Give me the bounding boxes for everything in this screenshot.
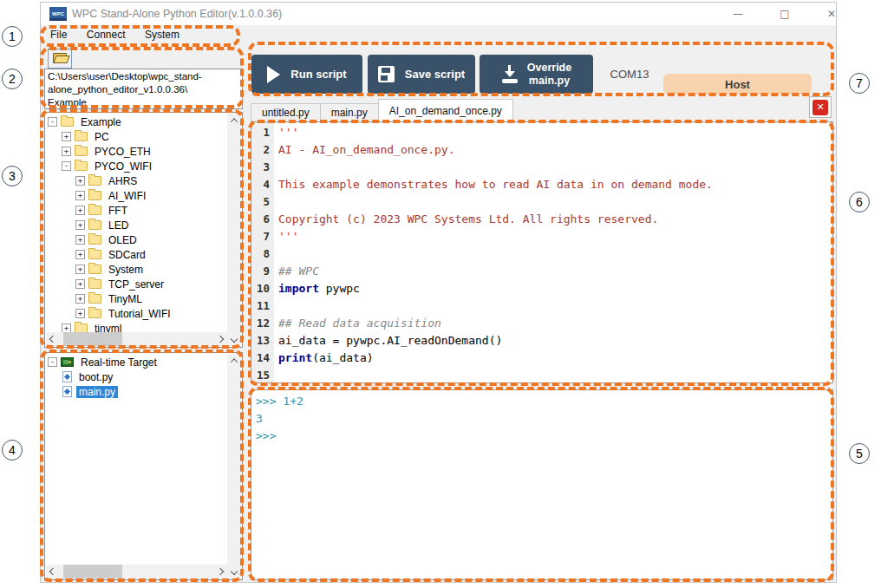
tab-untitled.py[interactable]: untitled.py <box>251 103 320 122</box>
file-tree-vertical-scrollbar[interactable] <box>227 114 241 346</box>
expand-toggle-icon[interactable]: + <box>75 235 85 245</box>
menu-system[interactable]: System <box>137 25 187 44</box>
tree-item-TCP_server[interactable]: +TCP_server <box>46 277 227 291</box>
expand-toggle-icon[interactable]: + <box>75 176 85 186</box>
expand-toggle-icon[interactable]: + <box>75 220 85 230</box>
expand-toggle-icon[interactable]: + <box>75 265 85 274</box>
save-script-button[interactable]: Save script <box>368 55 475 94</box>
scroll-down-icon[interactable] <box>227 565 241 578</box>
target-horizontal-scrollbar[interactable] <box>46 565 227 578</box>
tree-item-PYCO_ETH[interactable]: +PYCO_ETH <box>46 144 227 159</box>
tree-item-PYCO_WIFI[interactable]: -PYCO_WIFI <box>46 159 227 173</box>
open-folder-button[interactable] <box>48 49 72 69</box>
console-line: 3 <box>256 410 832 428</box>
target-panel: -Real-time Targetboot.pymain.py <box>44 352 243 580</box>
minimize-icon[interactable]: — <box>719 3 757 25</box>
annotation-circle-1: 1 <box>2 26 23 47</box>
expand-toggle-icon[interactable]: + <box>75 294 85 304</box>
code-text <box>274 297 278 315</box>
line-number: 6 <box>251 211 274 228</box>
folder-icon <box>88 250 101 259</box>
close-tab-button[interactable]: ✕ <box>809 96 832 118</box>
tree-item-LED[interactable]: +LED <box>46 218 227 232</box>
expand-toggle-icon[interactable]: + <box>75 279 85 289</box>
file-tree[interactable]: -Example+PC+PYCO_ETH-PYCO_WIFI+AHRS+AI_W… <box>46 114 227 332</box>
tree-item-tinyml[interactable]: +tinyml <box>46 321 227 332</box>
override-mainpy-button[interactable]: Override main.py <box>480 55 593 94</box>
target-root[interactable]: -Real-time Target <box>46 355 227 369</box>
folder-icon <box>88 309 101 318</box>
titlebar: WPC WPC Stand-Alone Python Editor(v.1.0.… <box>41 3 836 25</box>
editor-line-3: 3 <box>251 159 832 176</box>
folder-icon <box>75 161 88 171</box>
tree-item-AI_WIFI[interactable]: +AI_WIFI <box>46 188 227 203</box>
expand-toggle-icon[interactable]: + <box>62 147 71 156</box>
annotation-circle-2: 2 <box>2 69 23 89</box>
tree-item-AHRS[interactable]: +AHRS <box>46 173 227 188</box>
code-editor[interactable]: 1'''2AI - AI_on_demand_once.py.34This ex… <box>251 121 833 383</box>
menu-connect[interactable]: Connect <box>79 25 134 44</box>
tree-item-SDCard[interactable]: +SDCard <box>46 247 227 262</box>
line-number: 9 <box>251 263 274 280</box>
console[interactable]: >>> 1+23>>> <box>251 389 833 580</box>
tree-item-label: AI_WIFI <box>106 190 148 202</box>
editor-line-15: 15 <box>251 367 832 383</box>
tree-item-label: FFT <box>106 205 130 217</box>
expand-toggle-icon[interactable]: + <box>75 206 85 215</box>
line-number: 10 <box>251 280 274 297</box>
scroll-right-icon[interactable] <box>213 565 227 578</box>
tab-AI_on_demand_once.py[interactable]: AI_on_demand_once.py <box>378 99 513 122</box>
target-file-main.py[interactable]: main.py <box>46 384 227 399</box>
console-line: >>> 1+2 <box>256 393 832 410</box>
code-text: ## WPC <box>274 263 319 280</box>
target-file-boot.py[interactable]: boot.py <box>46 369 227 384</box>
scroll-up-icon[interactable] <box>227 114 241 127</box>
target-tree[interactable]: -Real-time Targetboot.pymain.py <box>46 355 227 565</box>
editor-line-9: 9## WPC <box>251 263 832 280</box>
folder-icon <box>75 323 88 332</box>
tree-item-PC[interactable]: +PC <box>46 129 227 144</box>
expand-toggle-icon[interactable]: + <box>62 132 71 141</box>
target-vertical-scrollbar[interactable] <box>227 354 241 578</box>
expand-toggle-icon[interactable]: + <box>75 191 85 200</box>
window-title: WPC Stand-Alone Python Editor(v.1.0.0.36… <box>72 8 282 20</box>
host-button[interactable]: Host <box>663 74 812 95</box>
collapse-toggle-icon[interactable]: - <box>48 117 57 127</box>
run-script-label: Run script <box>290 68 346 81</box>
tree-item-System[interactable]: +System <box>46 262 227 277</box>
tree-item-Tutorial_WIFI[interactable]: +Tutorial_WIFI <box>46 306 227 321</box>
tree-item-label: tinyml <box>92 323 124 333</box>
scroll-down-icon[interactable] <box>227 332 241 346</box>
save-icon <box>378 66 395 82</box>
tree-item-Example[interactable]: -Example <box>46 114 227 129</box>
expand-toggle-icon[interactable]: + <box>75 309 85 318</box>
line-number: 11 <box>251 297 274 315</box>
menu-file[interactable]: File <box>42 25 75 44</box>
tree-item-label: Tutorial_WIFI <box>106 308 173 320</box>
tab-main.py[interactable]: main.py <box>320 103 378 122</box>
scroll-left-icon[interactable] <box>46 565 60 578</box>
scrollbar-thumb[interactable] <box>63 332 122 346</box>
collapse-toggle-icon[interactable]: - <box>48 357 57 367</box>
scrollbar-thumb[interactable] <box>63 565 122 578</box>
console-line: >>> <box>256 428 832 445</box>
save-script-label: Save script <box>405 68 465 81</box>
file-tree-horizontal-scrollbar[interactable] <box>46 332 227 346</box>
expand-toggle-icon[interactable]: + <box>62 323 71 332</box>
code-text: AI - AI_on_demand_once.py. <box>274 141 455 159</box>
tree-item-TinyML[interactable]: +TinyML <box>46 291 227 306</box>
scroll-right-icon[interactable] <box>213 332 227 346</box>
scroll-up-icon[interactable] <box>227 354 241 368</box>
close-window-icon[interactable]: ✕ <box>812 3 837 25</box>
code-text <box>274 367 278 383</box>
folder-icon <box>88 191 101 200</box>
tree-item-OLED[interactable]: +OLED <box>46 232 227 247</box>
maximize-icon[interactable]: □ <box>766 3 804 25</box>
expand-toggle-icon[interactable]: + <box>75 250 85 259</box>
line-number: 8 <box>251 245 274 263</box>
collapse-toggle-icon[interactable]: - <box>62 161 71 171</box>
folder-icon <box>75 147 88 156</box>
scroll-left-icon[interactable] <box>46 332 60 346</box>
run-script-button[interactable]: Run script <box>251 55 362 94</box>
tree-item-FFT[interactable]: +FFT <box>46 203 227 218</box>
